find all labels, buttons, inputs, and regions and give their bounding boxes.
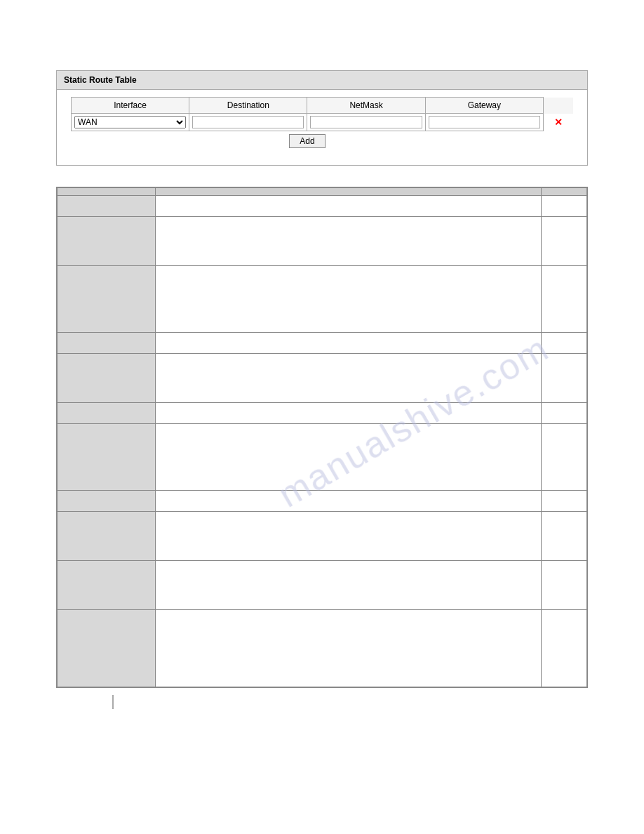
content-row-7-right xyxy=(542,424,587,491)
content-row-2-left xyxy=(58,217,156,266)
add-row-spacer xyxy=(543,131,572,152)
content-table-container xyxy=(56,187,588,688)
content-row-6 xyxy=(58,403,587,424)
content-row-5 xyxy=(58,354,587,403)
destination-input[interactable] xyxy=(192,116,304,128)
content-table-header-row xyxy=(58,188,587,196)
table-row: WAN LAN xyxy=(72,114,573,131)
add-row: Add xyxy=(72,131,573,152)
interface-cell: WAN LAN xyxy=(72,114,189,131)
content-row-5-right xyxy=(542,354,587,403)
content-row-5-middle xyxy=(156,354,542,403)
content-row-6-middle xyxy=(156,403,542,424)
add-button[interactable]: Add xyxy=(289,134,325,148)
content-row-2 xyxy=(58,217,587,266)
delete-button[interactable]: ✕ xyxy=(554,117,563,128)
col-header-destination: Destination xyxy=(189,98,307,114)
gateway-input[interactable] xyxy=(429,116,540,128)
content-row-9 xyxy=(58,512,587,561)
content-header-col1 xyxy=(58,188,156,196)
destination-cell xyxy=(189,114,307,131)
content-row-4-right xyxy=(542,333,587,354)
content-row-10-left xyxy=(58,561,156,610)
content-row-8 xyxy=(58,491,587,512)
add-row-cell: Add xyxy=(72,131,544,152)
content-header-col3 xyxy=(542,188,587,196)
route-table: Interface Destination NetMask Gateway WA… xyxy=(71,97,573,151)
page-wrapper: Static Route Table Interface Destination… xyxy=(0,0,644,737)
content-row-4 xyxy=(58,333,587,354)
content-row-7 xyxy=(58,424,587,491)
content-row-3 xyxy=(58,266,587,333)
content-row-11-middle xyxy=(156,610,542,687)
content-row-8-right xyxy=(542,491,587,512)
content-row-2-right xyxy=(542,217,587,266)
content-row-9-middle xyxy=(156,512,542,561)
content-row-5-left xyxy=(58,354,156,403)
content-row-3-left xyxy=(58,266,156,333)
content-row-10-middle xyxy=(156,561,542,610)
content-header-col2 xyxy=(156,188,542,196)
content-row-1 xyxy=(58,196,587,217)
col-header-interface: Interface xyxy=(72,98,189,114)
content-row-4-middle xyxy=(156,333,542,354)
content-row-10-right xyxy=(542,561,587,610)
static-route-table-container: Static Route Table Interface Destination… xyxy=(56,70,588,166)
content-table xyxy=(57,187,587,687)
content-row-9-right xyxy=(542,512,587,561)
content-row-7-middle xyxy=(156,424,542,491)
content-row-1-right xyxy=(542,196,587,217)
static-route-body: Interface Destination NetMask Gateway WA… xyxy=(57,90,587,165)
content-row-6-right xyxy=(542,403,587,424)
static-route-title: Static Route Table xyxy=(57,71,587,90)
gateway-cell xyxy=(425,114,543,131)
delete-cell: ✕ xyxy=(543,114,572,131)
content-row-9-left xyxy=(58,512,156,561)
content-row-7-left xyxy=(58,424,156,491)
content-row-4-left xyxy=(58,333,156,354)
content-row-3-right xyxy=(542,266,587,333)
netmask-cell xyxy=(307,114,425,131)
content-row-1-middle xyxy=(156,196,542,217)
content-row-8-left xyxy=(58,491,156,512)
col-header-gateway: Gateway xyxy=(425,98,543,114)
content-row-10 xyxy=(58,561,587,610)
col-header-delete xyxy=(543,98,572,114)
content-row-8-middle xyxy=(156,491,542,512)
interface-select[interactable]: WAN LAN xyxy=(74,116,186,128)
content-row-3-middle xyxy=(156,266,542,333)
content-row-2-middle xyxy=(156,217,542,266)
content-row-6-left xyxy=(58,403,156,424)
content-row-11-right xyxy=(542,610,587,687)
netmask-input[interactable] xyxy=(310,116,422,128)
content-row-11 xyxy=(58,610,587,687)
content-row-1-left xyxy=(58,196,156,217)
page-bottom-line xyxy=(112,695,114,709)
col-header-netmask: NetMask xyxy=(307,98,425,114)
content-row-11-left xyxy=(58,610,156,687)
